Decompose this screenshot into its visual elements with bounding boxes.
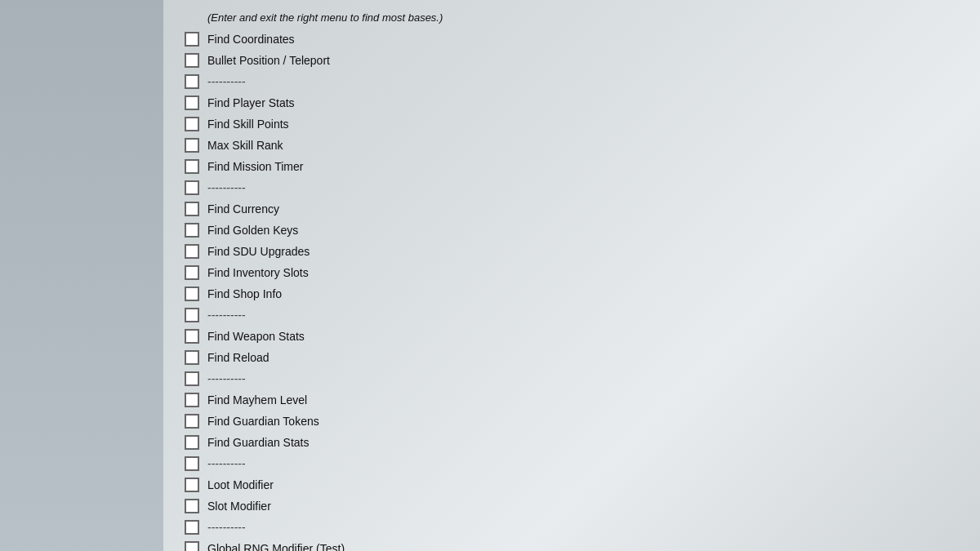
checkbox-sep1[interactable] [185,74,199,89]
checkbox-loot-modifier[interactable] [185,478,199,492]
item-label-find-shop-info: Find Shop Info [204,287,898,300]
checkbox-wrapper-max-skill-rank [180,138,204,153]
checkbox-wrapper-sep3 [180,308,204,322]
checkbox-sep5[interactable] [185,456,199,471]
list-item-find-player-stats: Find Player Stats </span> [180,92,964,113]
list-item-slot-modifier: Slot Modifier </span> [180,495,964,517]
content-area: (Enter and exit the right menu to find m… [163,0,980,551]
item-label-find-guardian-stats: Find Guardian Stats [204,436,898,449]
item-label-max-skill-rank: Max Skill Rank [204,139,898,152]
checkbox-wrapper-global-rng-modifier [180,541,204,551]
checkbox-global-rng-modifier[interactable] [185,541,199,551]
list-item-find-reload: Find Reload </span> [180,347,964,368]
intro-text: (Enter and exit the right menu to find m… [180,8,443,27]
checkbox-find-skill-points[interactable] [185,117,199,131]
list-item-find-guardian-stats: Find Guardian Stats </span> [180,432,964,453]
checkbox-find-mission-timer[interactable] [185,159,199,174]
item-label-find-weapon-stats: Find Weapon Stats [204,330,898,343]
item-label-sep6: ---------- [204,521,964,534]
list-item-find-shop-info: Find Shop Info </span> [180,283,964,304]
checkbox-wrapper-sep4 [180,371,204,386]
checkbox-find-player-stats[interactable] [185,96,199,110]
list-item-find-weapon-stats: Find Weapon Stats </span> [180,326,964,347]
list-item-sep4: ---------- [180,368,964,389]
item-label-sep4: ---------- [204,372,964,385]
list-item-find-mayhem-level: Find Mayhem Level </span> [180,389,964,411]
item-label-find-player-stats: Find Player Stats [204,96,898,109]
checkbox-find-guardian-stats[interactable] [185,435,199,450]
list-item-find-currency: Find Currency </span> [180,198,964,220]
list-item-bullet-position: Bullet Position / Teleport </span> [180,50,964,71]
checkbox-wrapper-find-weapon-stats [180,329,204,344]
checkbox-find-coordinates[interactable] [185,32,199,47]
item-label-find-guardian-tokens: Find Guardian Tokens [204,415,898,428]
item-label-find-inventory-slots: Find Inventory Slots [204,266,898,279]
checkbox-sep2[interactable] [185,180,199,195]
list-item-max-skill-rank: Max Skill Rank </span> [180,135,964,156]
checkbox-find-weapon-stats[interactable] [185,329,199,344]
checkbox-find-golden-keys[interactable] [185,223,199,238]
list-item-find-skill-points: Find Skill Points </span> [180,113,964,135]
checkbox-sep3[interactable] [185,308,199,322]
list-item-find-inventory-slots: Find Inventory Slots </span> [180,262,964,283]
item-label-slot-modifier: Slot Modifier [204,500,898,513]
checkbox-wrapper-find-coordinates [180,32,204,47]
item-label-find-mission-timer: Find Mission Timer [204,160,898,173]
checkbox-find-shop-info[interactable] [185,287,199,301]
checkbox-wrapper-find-guardian-stats [180,435,204,450]
checkbox-wrapper-slot-modifier [180,499,204,513]
list-item-sep1: ---------- [180,71,964,92]
checkbox-wrapper-find-guardian-tokens [180,414,204,429]
item-label-find-golden-keys: Find Golden Keys [204,224,898,237]
item-label-bullet-position: Bullet Position / Teleport [204,54,898,67]
checkbox-wrapper-find-shop-info [180,287,204,301]
checkbox-max-skill-rank[interactable] [185,138,199,153]
checkbox-wrapper-sep1 [180,74,204,89]
checkbox-wrapper-sep6 [180,520,204,535]
checkbox-wrapper-find-mission-timer [180,159,204,174]
item-label-sep3: ---------- [204,309,964,322]
checkbox-wrapper-find-golden-keys [180,223,204,238]
item-label-find-reload: Find Reload [204,351,898,364]
checkbox-sep4[interactable] [185,371,199,386]
checkbox-find-reload[interactable] [185,350,199,365]
item-label-find-currency: Find Currency [204,202,898,216]
item-label-sep1: ---------- [204,75,964,88]
list-item-sep2: ---------- [180,177,964,198]
checkbox-wrapper-loot-modifier [180,478,204,492]
checkbox-wrapper-find-mayhem-level [180,393,204,407]
item-label-find-mayhem-level: Find Mayhem Level [204,393,898,407]
checkbox-wrapper-find-inventory-slots [180,265,204,280]
checkbox-wrapper-bullet-position [180,53,204,68]
list-item-sep6: ---------- [180,517,964,538]
checkbox-wrapper-find-reload [180,350,204,365]
list-item-find-sdu-upgrades: Find SDU Upgrades </span> [180,241,964,262]
checkbox-find-guardian-tokens[interactable] [185,414,199,429]
list-item-sep5: ---------- [180,453,964,474]
item-label-find-sdu-upgrades: Find SDU Upgrades [204,245,898,258]
checkbox-wrapper-find-skill-points [180,117,204,131]
checkbox-slot-modifier[interactable] [185,499,199,513]
list-item-sep3: ---------- [180,304,964,326]
checkbox-sep6[interactable] [185,520,199,535]
list-item-find-golden-keys: Find Golden Keys </span> [180,220,964,241]
list-item-find-coordinates: Find Coordinates </span> [180,29,964,50]
item-label-global-rng-modifier: Global RNG Modifier (Test) [204,542,898,551]
checkbox-find-inventory-slots[interactable] [185,265,199,280]
checkbox-find-sdu-upgrades[interactable] [185,244,199,259]
item-label-find-skill-points: Find Skill Points [204,118,898,131]
checkbox-wrapper-find-sdu-upgrades [180,244,204,259]
list-item-intro: (Enter and exit the right menu to find m… [180,7,964,29]
item-label-sep5: ---------- [204,457,964,470]
sidebar [0,0,163,551]
list-item-loot-modifier: Loot Modifier </span> [180,474,964,495]
checkbox-find-currency[interactable] [185,202,199,216]
checkbox-wrapper-find-player-stats [180,96,204,110]
checkbox-wrapper-sep2 [180,180,204,195]
item-label-loot-modifier: Loot Modifier [204,478,898,491]
item-label-find-coordinates: Find Coordinates [204,33,898,46]
checkbox-find-mayhem-level[interactable] [185,393,199,407]
list-item-find-mission-timer: Find Mission Timer </span> [180,156,964,177]
checkbox-bullet-position[interactable] [185,53,199,68]
checkbox-wrapper-sep5 [180,456,204,471]
